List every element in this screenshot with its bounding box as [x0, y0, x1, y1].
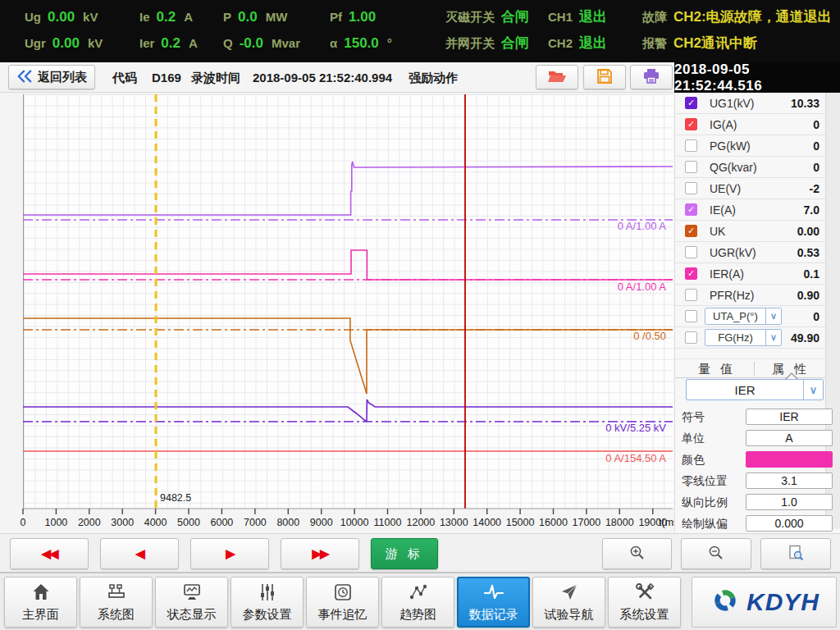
code-label: 代码: [112, 62, 137, 93]
signal-checkbox[interactable]: ✓: [685, 267, 697, 280]
measurement-label: Pf: [330, 7, 342, 28]
property-label: 零线位置: [682, 470, 728, 491]
step-back-icon: ◀: [135, 546, 144, 561]
param-settings-icon: [257, 582, 278, 605]
signal-selector-dropdown[interactable]: IER ∨: [686, 379, 824, 400]
measurement-label: CH1: [548, 7, 573, 28]
nav-button-label: 状态显示: [167, 607, 217, 623]
x-axis-tick-label: 7000: [244, 517, 267, 528]
cursor-toggle-button[interactable]: 游 标: [371, 538, 438, 569]
app-window: Ug0.00kVUgr0.00kVIe0.2AIer0.2AP0.0MWQ-0.…: [0, 0, 840, 630]
scale-label-IG: 0 A/154.50 A: [605, 452, 666, 464]
step-back-button[interactable]: ◀: [100, 538, 179, 569]
property-input[interactable]: 3.1: [746, 472, 833, 489]
save-button[interactable]: [583, 65, 626, 89]
nav-button-label: 系统设置: [620, 607, 669, 623]
nav-button-7[interactable]: 数据记录: [457, 577, 530, 628]
signal-row-iea: ✓IE(A)7.0: [675, 199, 825, 221]
nav-button-5[interactable]: 事件追忆: [306, 577, 379, 628]
measurement-value: 0.00: [48, 7, 75, 28]
signal-name-dropdown[interactable]: UTA_P(°)∨: [705, 308, 782, 325]
property-input[interactable]: 0.000: [746, 515, 833, 532]
zoom-out-button[interactable]: [681, 538, 751, 569]
nav-button-6[interactable]: 趋势图: [381, 577, 454, 628]
zoom-in-icon: [629, 545, 646, 564]
signal-name: UG1(kV): [710, 93, 754, 114]
record-toolbar: 返回列表 代码 D169 录波时间 2018-09-05 21:52:40.99…: [0, 62, 840, 93]
x-axis-tick-label: 0: [21, 517, 26, 528]
nav-button-2[interactable]: 系统图: [80, 577, 153, 628]
signal-value: 0.90: [797, 285, 819, 306]
topbar-measurement: Ier0.2A: [139, 33, 198, 54]
kdyh-logo-text: KDYH: [746, 588, 819, 616]
chevron-down-icon[interactable]: ∨: [765, 330, 781, 345]
property-input[interactable]: 1.0: [746, 494, 833, 510]
property-input[interactable]: A: [746, 430, 833, 446]
zoom-in-button[interactable]: [602, 538, 672, 569]
test-nav-icon: [559, 582, 580, 605]
print-button[interactable]: [630, 65, 673, 89]
status-topbar: Ug0.00kVUgr0.00kVIe0.2AIer0.2AP0.0MWQ-0.…: [0, 0, 840, 62]
signal-name: UK: [710, 221, 725, 242]
chart-canvas: 0 A/1.00 A0 A/1.00 A0 /0.500 kV/5.25 kV0…: [0, 93, 674, 533]
signal-value: 0: [813, 135, 819, 157]
topbar-measurement: Ug0.00kV: [25, 7, 103, 28]
signal-checkbox[interactable]: [685, 182, 697, 194]
nav-button-3[interactable]: 状态显示: [155, 577, 228, 628]
signal-checkbox[interactable]: [685, 289, 697, 301]
signal-value: 0.53: [797, 242, 819, 263]
back-to-list-button[interactable]: 返回列表: [8, 65, 95, 89]
step-forward-button[interactable]: ▶: [190, 538, 269, 569]
signal-checkbox[interactable]: ✓: [685, 118, 697, 130]
property-input[interactable]: IER: [746, 409, 833, 425]
signal-checkbox[interactable]: ✓: [685, 203, 697, 216]
topbar-group-meas-2: P0.0MWQ-0.0Mvar: [223, 7, 300, 54]
nav-button-4[interactable]: 参数设置: [231, 577, 304, 628]
topbar-measurement: α150.0°: [330, 33, 392, 54]
signal-checkbox[interactable]: [685, 139, 697, 152]
preview-button[interactable]: [760, 538, 831, 569]
property-row: 符号IER: [675, 406, 825, 427]
property-label: 符号: [682, 406, 705, 427]
signal-checkbox[interactable]: [685, 331, 697, 344]
fast-forward-button[interactable]: ▶▶: [281, 538, 359, 569]
nav-button-9[interactable]: 系统设置: [608, 577, 681, 628]
nav-button-1[interactable]: 主界面: [4, 577, 77, 628]
signal-value: -2: [810, 178, 819, 199]
topbar-group-alert-6: 故障CH2:电源故障，通道退出报警CH2通讯中断: [642, 7, 840, 54]
signal-name: UE(V): [710, 178, 741, 199]
x-axis-tick-label: 2000: [78, 517, 101, 528]
signal-checkbox[interactable]: [685, 246, 697, 258]
measurement-label: Ug: [25, 7, 41, 28]
chevron-down-icon[interactable]: ∨: [803, 380, 823, 399]
signal-name-dropdown[interactable]: FG(Hz)∨: [705, 329, 782, 346]
signal-name: QG(kvar): [710, 157, 757, 178]
waveform-chart: 0 A/1.00 A0 A/1.00 A0 /0.500 kV/5.25 kV0…: [0, 93, 674, 533]
nav-button-label: 系统图: [98, 607, 135, 623]
measurement-value: 150.0: [344, 33, 379, 54]
measurement-value: -0.0: [240, 33, 263, 54]
tab-quantity[interactable]: 量 值: [698, 359, 736, 378]
chevron-down-icon[interactable]: ∨: [765, 308, 781, 324]
measurement-label: α: [330, 33, 337, 54]
signal-value: 0.00: [797, 221, 819, 242]
signal-checkbox[interactable]: [685, 310, 697, 322]
signal-value: 0.1: [804, 263, 819, 285]
nav-button-8[interactable]: 试验导航: [532, 577, 605, 628]
measurement-label: Q: [223, 33, 233, 54]
main-navbar: 主界面系统图状态显示参数设置事件追忆趋势图数据记录试验导航系统设置KDYH: [0, 572, 840, 630]
kdyh-logo: KDYH: [692, 577, 837, 628]
property-row: 颜色: [675, 449, 825, 470]
zoom-out-icon: [708, 545, 724, 564]
signal-value: 7.0: [804, 199, 819, 221]
signal-checkbox[interactable]: [685, 161, 697, 173]
rewind-button[interactable]: ◀◀: [10, 538, 89, 569]
measurement-value: CH2:电源故障，通道退出: [673, 7, 832, 28]
signal-checkbox[interactable]: ✓: [685, 97, 697, 109]
open-file-button[interactable]: [536, 65, 578, 89]
signal-selector-value: IER: [687, 383, 803, 397]
trace-IE: [23, 162, 673, 215]
color-swatch[interactable]: [746, 451, 833, 468]
scale-label-UK: 0 /0.50: [633, 330, 666, 342]
signal-checkbox[interactable]: ✓: [685, 225, 697, 237]
